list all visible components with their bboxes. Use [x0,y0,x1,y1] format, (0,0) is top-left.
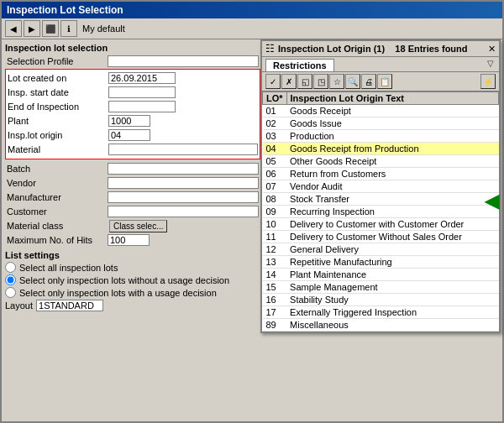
list-settings: List settings Select all inspection lots… [5,250,260,311]
dropdown-table: LO* Inspection Lot Origin Text 01 Goods … [262,91,499,332]
section-title: Inspection lot selection [5,43,260,53]
dd-search-btn[interactable]: 🔍 [345,74,360,89]
table-row[interactable]: 14 Plant Maintenance [263,269,499,281]
material-label: Material [8,144,108,154]
table-row[interactable]: 09 Recurring Inspection [263,206,499,218]
cell-text: Return from Customers [286,168,498,180]
toolbar-info-btn[interactable]: ℹ [60,20,77,37]
cell-lo: 08 [263,193,287,206]
vendor-input[interactable] [108,177,259,189]
table-header-row: LO* Inspection Lot Origin Text [263,92,499,105]
dd-check-btn[interactable]: ✓ [265,74,281,89]
cell-lo: 03 [263,130,287,143]
cell-lo: 16 [263,294,287,306]
batch-input[interactable] [108,163,259,175]
customer-input[interactable] [108,206,259,217]
cell-lo: 01 [263,105,287,118]
dd-print-btn[interactable]: 🖨 [361,74,376,89]
table-row[interactable]: 04 Goods Receipt from Production [263,143,499,155]
table-row[interactable]: 10 Delivery to Customer with Customer Or… [263,218,499,231]
radio-without-usage-input[interactable] [5,274,16,285]
table-row[interactable]: 01 Goods Receipt [263,105,499,118]
cell-lo: 07 [263,180,287,193]
material-class-label: Material class [7,221,108,231]
table-row[interactable]: 07 Vendor Audit [263,180,499,193]
dd-copy-btn[interactable]: ◱ [297,74,312,89]
toolbar-stop-btn[interactable]: ⬛ [42,20,59,37]
insp-lot-origin-row: Insp.lot origin [8,128,258,142]
radio-all-lots-label: Select all inspection lots [19,263,118,273]
plant-row: Plant [8,114,258,128]
cell-text: Goods Issue [286,118,498,130]
table-row[interactable]: 02 Goods Issue [263,118,499,130]
selection-profile-label: Selection Profile [7,56,108,66]
layout-input[interactable] [36,300,103,311]
manufacturer-input[interactable] [108,191,259,203]
insp-lot-origin-input[interactable] [108,129,150,141]
plant-input[interactable] [108,115,150,127]
toolbar-fwd-btn[interactable]: ▶ [24,20,40,37]
table-row[interactable]: 13 Repetitive Manufacturing [263,256,499,269]
dropdown-header-left: ☷ Inspection Lot Origin (1) 18 Entries f… [265,43,468,55]
cell-text: Recurring Inspection [286,206,498,218]
left-panel: Inspection lot selection Selection Profi… [2,39,264,419]
window-title: Inspection Lot Selection [7,4,123,16]
dd-extra-btn[interactable]: ⚡ [480,74,496,89]
insp-start-row: Insp. start date [8,86,258,99]
cell-lo: 14 [263,269,287,281]
cell-lo: 13 [263,256,287,269]
tab-restrictions[interactable]: Restrictions [265,59,334,71]
radio-with-usage-input[interactable] [5,287,16,298]
toolbar-default-label: My default [82,24,125,34]
dropdown-toolbar-left: ✓ ✗ ◱ ◳ ☆ 🔍 🖨 📋 [265,74,392,89]
table-row[interactable]: 08 Stock Transfer [263,193,499,206]
cell-lo: 11 [263,231,287,243]
arrow-indicator: ◀ [485,191,499,212]
cell-text: General Delivery [286,243,498,256]
dropdown-toolbar: ✓ ✗ ◱ ◳ ☆ 🔍 🖨 📋 ⚡ [262,72,499,91]
filter-icon: ▽ [487,59,494,71]
dd-paste-btn[interactable]: ◳ [313,74,328,89]
lot-created-input[interactable] [108,72,176,84]
cell-text: Goods Receipt from Production [286,143,498,155]
selection-profile-input[interactable] [108,55,259,67]
customer-row: Customer [5,205,260,218]
dd-star-btn[interactable]: ☆ [329,74,344,89]
table-row[interactable]: 15 Sample Management [263,281,499,294]
batch-row: Batch [5,162,260,175]
tab-bar: Restrictions ▽ [262,57,499,72]
radio-all-lots-input[interactable] [5,262,16,273]
dd-x-btn[interactable]: ✗ [281,74,297,89]
dd-copy2-btn[interactable]: 📋 [377,74,392,89]
cell-lo: 06 [263,168,287,180]
table-row[interactable]: 11 Delivery to Customer Without Sales Or… [263,231,499,243]
dropdown-title-text: Inspection Lot Origin (1) [278,44,385,54]
dropdown-title: Inspection Lot Origin (1) 18 Entries fou… [278,44,468,54]
insp-start-input[interactable] [108,86,176,98]
toolbar-back-btn[interactable]: ◀ [5,20,22,37]
plain-fields: Batch Vendor Manufacturer Customer Mater… [5,162,260,247]
table-row[interactable]: 17 Externally Triggered Inspection [263,306,499,319]
col-text: Inspection Lot Origin Text [286,92,498,105]
max-hits-input[interactable] [108,234,150,246]
material-row: Material [8,143,258,156]
table-row[interactable]: 12 General Delivery [263,243,499,256]
dropdown-close-btn[interactable]: ✕ [488,44,496,55]
plant-label: Plant [8,116,108,126]
cell-lo: 17 [263,306,287,319]
cell-lo: 15 [263,281,287,294]
table-row[interactable]: 03 Production [263,130,499,143]
end-inspection-input[interactable] [108,101,176,112]
radio-without-usage-label: Select only inspection lots without a us… [19,275,229,285]
class-select-btn[interactable]: Class selec... [109,220,167,232]
table-row[interactable]: 16 Stability Study [263,294,499,306]
cell-text: Externally Triggered Inspection [286,306,498,319]
table-row[interactable]: 06 Return from Customers [263,168,499,180]
material-input[interactable] [108,144,258,155]
cell-lo: 10 [263,218,287,231]
lot-created-label: Lot created on [8,73,108,83]
cell-text: Stock Transfer [286,193,498,206]
table-row[interactable]: 89 Miscellaneous [263,319,499,332]
cell-lo: 89 [263,319,287,332]
table-row[interactable]: 05 Other Goods Receipt [263,155,499,168]
